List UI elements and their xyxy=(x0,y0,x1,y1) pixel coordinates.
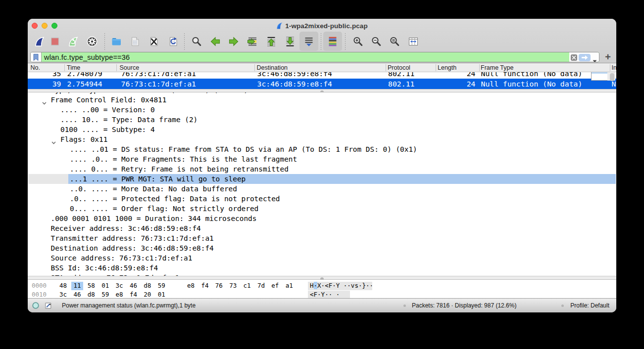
details-hex-splitter[interactable] xyxy=(28,276,616,280)
next-packet-button[interactable] xyxy=(224,32,243,51)
hex-row-0000[interactable]: 0000481158013c46d859e8f47673c17defa1H·X·… xyxy=(28,281,616,290)
hex-byte: 7d xyxy=(257,281,271,290)
column-separator[interactable] xyxy=(436,64,436,71)
find-packet-button[interactable] xyxy=(187,32,206,51)
folder-icon xyxy=(110,36,122,47)
zoom-out-button[interactable] xyxy=(367,32,386,51)
detail-row[interactable]: .... .0.. = More Fragments: This is the … xyxy=(28,154,616,164)
zoom-in-button[interactable] xyxy=(348,32,367,51)
resize-columns-button[interactable] xyxy=(404,32,423,51)
hex-byte: 58 xyxy=(88,281,101,290)
hex-byte: 20 xyxy=(144,290,157,298)
colorize-button[interactable] xyxy=(323,32,342,51)
auto-scroll-button[interactable] xyxy=(299,32,318,51)
column-header-protocol[interactable]: Protocol xyxy=(388,63,410,72)
detail-row[interactable]: .... 0... = Retry: Frame is not being re… xyxy=(28,164,616,174)
expert-info-icon[interactable] xyxy=(32,302,39,309)
toolbar-separator xyxy=(104,33,105,51)
detail-row[interactable]: Flags: 0x11 xyxy=(28,134,616,144)
open-file-button[interactable] xyxy=(107,32,126,51)
hex-row-0010[interactable]: 00103c46d859e8f42001<F·Y·· · xyxy=(28,290,616,298)
packet-details-splitter[interactable] xyxy=(28,89,616,92)
detail-row[interactable]: Receiver address: 3c:46:d8:59:e8:f4 xyxy=(28,223,616,233)
detail-row[interactable]: Source address: 76:73:c1:7d:ef:a1 xyxy=(28,253,616,263)
wireshark-logo-icon xyxy=(276,22,283,29)
column-header-frame-type[interactable]: Frame Type xyxy=(481,63,513,72)
detail-text: .000 0001 0101 1000 = Duration: 344 micr… xyxy=(51,214,257,223)
save-file-button[interactable] xyxy=(126,32,145,51)
column-separator[interactable] xyxy=(386,64,386,71)
capture-options-button[interactable] xyxy=(83,32,101,51)
detail-row[interactable]: .... 10.. = Type: Data frame (2) xyxy=(28,115,616,125)
detail-row[interactable]: .000 0001 0101 1000 = Duration: 344 micr… xyxy=(28,214,616,223)
hex-byte: e8 xyxy=(116,290,130,298)
filter-dropdown-button[interactable] xyxy=(593,56,597,62)
detail-row[interactable]: 0100 .... = Subtype: 4 xyxy=(28,125,616,134)
column-header-source[interactable]: Source xyxy=(120,63,140,72)
detail-row[interactable]: Destination address: 3c:46:d8:59:e8:f4 xyxy=(28,243,616,253)
column-header-info[interactable]: Info xyxy=(612,63,617,72)
packet-row-35[interactable]: 352.74807976:73:c1:7d:ef:a13c:46:d8:59:e… xyxy=(28,72,616,79)
stop-capture-button[interactable] xyxy=(46,32,64,51)
packet-row-39[interactable]: 392.75494476:73:c1:7d:ef:a13c:46:d8:59:e… xyxy=(28,79,616,89)
detail-row[interactable]: 0... .... = Order flag: Not strictly ord… xyxy=(28,204,616,214)
last-packet-button[interactable] xyxy=(281,32,299,51)
detail-text: .... 0... = Retry: Frame is not being re… xyxy=(70,164,289,174)
packet-list-corner-widget xyxy=(591,72,608,81)
detail-text: Transmitter address: 76:73:c1:7d:ef:a1 xyxy=(51,233,214,243)
filter-apply-button[interactable] xyxy=(579,54,591,61)
hex-byte-group: 481158013c46d859 xyxy=(59,281,172,290)
column-separator[interactable] xyxy=(64,64,65,71)
display-filter-field[interactable]: wlan.fc.type_subtype==36 xyxy=(30,52,599,62)
detail-text: 0... .... = Order flag: Not strictly ord… xyxy=(70,204,258,214)
titlebar: 1-wpa2mixed-public.pcap xyxy=(28,22,616,30)
detail-text: 0100 .... = Subtype: 4 xyxy=(60,125,155,134)
detail-row-selected[interactable]: ...1 .... = PWR MGT: STA will go to slee… xyxy=(28,174,616,184)
cell-source: 76:73:c1:7d:ef:a1 xyxy=(121,79,250,89)
toolbar-separator xyxy=(321,33,321,51)
column-separator[interactable] xyxy=(479,64,480,71)
zoom-reset-button[interactable] xyxy=(385,32,404,51)
profile-text[interactable]: Profile: Default xyxy=(570,299,609,312)
packet-details-pane: Type/Subtype: Null function (No data) (0… xyxy=(28,92,616,276)
reload-file-button[interactable] xyxy=(164,32,183,51)
filter-bookmark-button[interactable] xyxy=(31,52,42,62)
cell-destination: 3c:46:d8:59:e8:f4 xyxy=(257,72,386,79)
column-separator[interactable] xyxy=(254,64,255,71)
hex-byte: e8 xyxy=(187,281,201,290)
column-header-length[interactable]: Length xyxy=(438,63,456,72)
detail-row[interactable]: BSS Id: 3c:46:d8:59:e8:f4 xyxy=(28,263,616,273)
detail-row[interactable]: .0.. .... = Protected flag: Data is not … xyxy=(28,194,616,204)
column-header-destination[interactable]: Destination xyxy=(257,63,288,72)
packet-list-scrollbar-thumb[interactable] xyxy=(610,73,614,81)
first-packet-button[interactable] xyxy=(262,32,281,51)
doc-reload-icon xyxy=(167,36,179,47)
restart-capture-button[interactable] xyxy=(64,32,83,51)
hex-byte: 3c xyxy=(59,290,73,298)
column-header-no-[interactable]: No. xyxy=(31,63,40,72)
column-separator[interactable] xyxy=(610,64,610,71)
detail-row[interactable]: ..0. .... = More Data: No data buffered xyxy=(28,184,616,194)
detail-text: .... ..01 = DS status: Frame from STA to… xyxy=(70,144,417,154)
go-to-packet-button[interactable] xyxy=(243,32,262,51)
filter-add-button[interactable]: + xyxy=(602,51,614,63)
filter-clear-button[interactable] xyxy=(571,54,577,61)
column-separator[interactable] xyxy=(116,64,117,71)
detail-row[interactable]: Transmitter address: 76:73:c1:7d:ef:a1 xyxy=(28,233,616,243)
column-header-time[interactable]: Time xyxy=(67,63,80,72)
detail-row[interactable]: .... ..01 = DS status: Frame from STA to… xyxy=(28,144,616,154)
toolbar-separator xyxy=(345,33,346,51)
capture-comment-icon[interactable] xyxy=(45,303,52,309)
filter-input[interactable]: wlan.fc.type_subtype==36 xyxy=(44,52,130,62)
detail-row[interactable]: Frame Control Field: 0x4811 xyxy=(28,95,616,105)
close-file-button[interactable] xyxy=(145,32,163,51)
detail-text: .0.. .... = Protected flag: Data is not … xyxy=(70,194,280,204)
magnifier-icon xyxy=(191,36,202,47)
previous-packet-button[interactable] xyxy=(206,32,225,51)
fin-restart-icon xyxy=(67,36,79,47)
wireshark-window: 1-wpa2mixed-public.pcap xyxy=(28,19,616,312)
statusbar-separator-dot xyxy=(403,305,406,307)
detail-row[interactable]: .... ..00 = Version: 0 xyxy=(28,105,616,115)
goto-icon xyxy=(247,36,258,47)
packet-list: 352.74807976:73:c1:7d:ef:a13c:46:d8:59:e… xyxy=(28,72,616,89)
